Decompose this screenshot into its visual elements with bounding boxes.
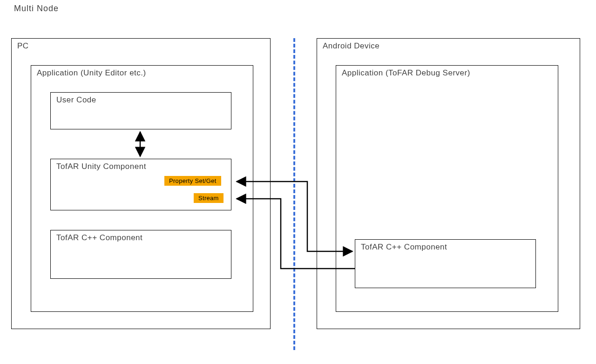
user-code-label: User Code bbox=[56, 95, 96, 105]
android-cpp-box: TofAR C++ Component bbox=[355, 239, 536, 288]
property-tag: Property Set/Get bbox=[164, 176, 221, 186]
android-label: Android Device bbox=[323, 41, 379, 51]
stream-tag: Stream bbox=[194, 193, 224, 203]
pc-label: PC bbox=[17, 41, 29, 51]
unity-component-label: TofAR Unity Component bbox=[56, 162, 146, 171]
android-app-label: Application (ToFAR Debug Server) bbox=[342, 68, 470, 78]
pc-app-label: Application (Unity Editor etc.) bbox=[37, 68, 146, 78]
divider-line bbox=[293, 38, 295, 350]
pc-cpp-box: TofAR C++ Component bbox=[50, 230, 231, 279]
pc-cpp-label: TofAR C++ Component bbox=[56, 233, 142, 243]
android-cpp-label: TofAR C++ Component bbox=[361, 243, 447, 252]
diagram-title: Multi Node bbox=[14, 4, 59, 13]
user-code-box: User Code bbox=[50, 92, 231, 129]
